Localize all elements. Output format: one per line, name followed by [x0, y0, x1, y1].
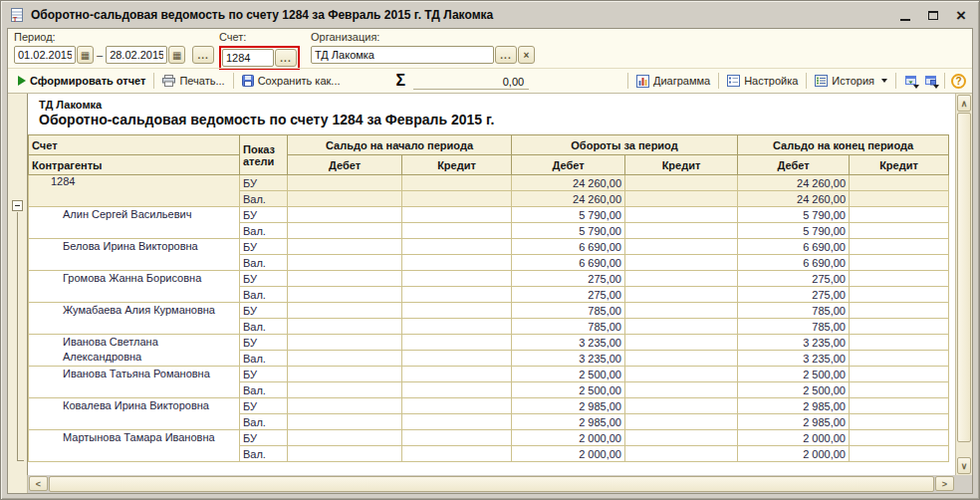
account-select-button[interactable]: ...: [275, 49, 297, 67]
indicator-cell[interactable]: Вал.: [240, 287, 288, 303]
maximize-icon[interactable]: [923, 5, 943, 25]
contractor-cell[interactable]: Иванова Светлана Александровна: [29, 335, 240, 367]
value-cell[interactable]: [625, 271, 738, 287]
value-cell[interactable]: 2 500,00: [738, 367, 850, 382]
value-cell[interactable]: [288, 367, 402, 382]
print-button[interactable]: Печать...: [158, 73, 228, 89]
help-icon[interactable]: ?: [951, 74, 966, 89]
organization-input[interactable]: [311, 46, 494, 64]
value-cell[interactable]: [850, 287, 949, 303]
value-cell[interactable]: [288, 319, 402, 335]
value-cell[interactable]: [402, 414, 512, 430]
minimize-icon[interactable]: [895, 5, 915, 25]
indicator-cell[interactable]: Вал.: [240, 223, 288, 239]
tree-collapse-toggle[interactable]: [12, 200, 23, 211]
value-cell[interactable]: [850, 430, 949, 446]
value-cell[interactable]: [625, 319, 738, 335]
value-cell[interactable]: [402, 382, 512, 398]
indicator-cell[interactable]: БУ: [240, 303, 288, 319]
value-cell[interactable]: 6 690,00: [512, 239, 625, 255]
value-cell[interactable]: 785,00: [512, 319, 625, 335]
scroll-up-icon[interactable]: ∧: [957, 95, 971, 112]
contractor-cell[interactable]: Громова Жанна Борисовна: [29, 271, 240, 303]
value-cell[interactable]: 2 000,00: [512, 430, 625, 446]
value-cell[interactable]: [402, 271, 512, 287]
value-cell[interactable]: [625, 382, 738, 398]
value-cell[interactable]: 2 985,00: [512, 398, 625, 414]
value-cell[interactable]: [850, 446, 949, 462]
indicator-cell[interactable]: Вал.: [240, 382, 288, 398]
vertical-scroll-thumb[interactable]: [957, 113, 971, 442]
close-icon[interactable]: ×: [951, 5, 971, 25]
value-cell[interactable]: 5 790,00: [738, 207, 850, 223]
organization-select-button[interactable]: ...: [495, 46, 517, 64]
account-input[interactable]: [222, 49, 274, 67]
contractor-cell[interactable]: Алин Сергей Васильевич: [29, 207, 240, 239]
value-cell[interactable]: [288, 398, 402, 414]
value-cell[interactable]: [625, 351, 738, 367]
indicator-cell[interactable]: БУ: [240, 207, 288, 223]
indicator-cell[interactable]: Вал.: [240, 191, 288, 207]
value-cell[interactable]: [288, 255, 402, 271]
indicator-cell[interactable]: Вал.: [240, 319, 288, 335]
value-cell[interactable]: [288, 351, 402, 367]
value-cell[interactable]: [625, 430, 738, 446]
value-cell[interactable]: [402, 191, 512, 207]
value-cell[interactable]: [850, 223, 949, 239]
indicator-cell[interactable]: Вал.: [240, 446, 288, 462]
value-cell[interactable]: 275,00: [512, 287, 625, 303]
value-cell[interactable]: [850, 335, 949, 351]
value-cell[interactable]: 2 000,00: [738, 446, 850, 462]
value-cell[interactable]: [288, 335, 402, 351]
value-cell[interactable]: 6 690,00: [738, 255, 850, 271]
value-cell[interactable]: [850, 382, 949, 398]
value-cell[interactable]: 2 500,00: [738, 382, 850, 398]
generate-report-button[interactable]: Сформировать отчет: [14, 73, 149, 89]
value-cell[interactable]: [402, 207, 512, 223]
value-cell[interactable]: [625, 446, 738, 462]
value-cell[interactable]: [402, 319, 512, 335]
value-cell[interactable]: [850, 367, 949, 382]
period-from-input[interactable]: [14, 46, 76, 64]
value-cell[interactable]: [288, 175, 402, 191]
value-cell[interactable]: 6 690,00: [738, 239, 850, 255]
value-cell[interactable]: 3 235,00: [738, 351, 850, 367]
value-cell[interactable]: 785,00: [738, 319, 850, 335]
vertical-scrollbar[interactable]: ∧ ∨: [955, 94, 972, 475]
value-cell[interactable]: 275,00: [738, 271, 850, 287]
indicator-cell[interactable]: БУ: [240, 175, 288, 191]
value-cell[interactable]: 6 690,00: [512, 255, 625, 271]
value-cell[interactable]: 2 500,00: [512, 367, 625, 382]
value-cell[interactable]: [288, 414, 402, 430]
value-cell[interactable]: [402, 287, 512, 303]
value-cell[interactable]: [288, 303, 402, 319]
scroll-right-icon[interactable]: >: [935, 476, 954, 491]
save-as-button[interactable]: Сохранить как...: [238, 73, 345, 89]
indicator-cell[interactable]: Вал.: [240, 414, 288, 430]
value-cell[interactable]: [288, 382, 402, 398]
value-cell[interactable]: 2 000,00: [738, 430, 850, 446]
horizontal-scrollbar[interactable]: < >: [8, 475, 972, 493]
value-cell[interactable]: [402, 175, 512, 191]
save-settings-button[interactable]: [920, 72, 940, 90]
value-cell[interactable]: [402, 351, 512, 367]
scroll-left-icon[interactable]: <: [29, 476, 48, 491]
value-cell[interactable]: [402, 255, 512, 271]
value-cell[interactable]: [850, 271, 949, 287]
account-cell[interactable]: 1284: [29, 175, 240, 207]
value-cell[interactable]: 2 985,00: [512, 414, 625, 430]
value-cell[interactable]: 5 790,00: [512, 207, 625, 223]
contractor-cell[interactable]: Белова Ирина Викторовна: [29, 239, 240, 271]
value-cell[interactable]: 24 260,00: [512, 175, 625, 191]
value-cell[interactable]: [850, 319, 949, 335]
indicator-cell[interactable]: БУ: [240, 430, 288, 446]
value-cell[interactable]: [402, 303, 512, 319]
value-cell[interactable]: [850, 175, 949, 191]
value-cell[interactable]: [625, 367, 738, 382]
value-cell[interactable]: [850, 303, 949, 319]
value-cell[interactable]: [625, 175, 738, 191]
value-cell[interactable]: 24 260,00: [738, 191, 850, 207]
chart-button[interactable]: Диаграмма: [632, 73, 714, 90]
value-cell[interactable]: [625, 255, 738, 271]
value-cell[interactable]: [850, 398, 949, 414]
